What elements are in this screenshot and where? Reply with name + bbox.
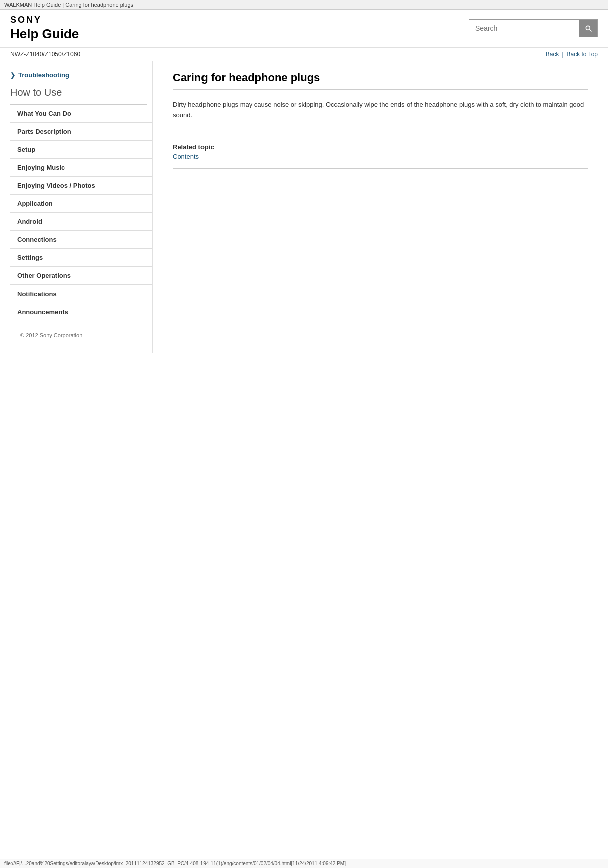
related-topic-link[interactable]: Contents — [173, 153, 199, 160]
sony-logo: SONY — [10, 15, 79, 25]
main-content: ❯ Troubleshooting How to Use What You Ca… — [0, 61, 608, 353]
troubleshooting-section-link[interactable]: ❯ Troubleshooting — [10, 71, 152, 79]
browser-title-text: WALKMAN Help Guide | Caring for headphon… — [4, 2, 133, 8]
browser-title-bar: WALKMAN Help Guide | Caring for headphon… — [0, 0, 608, 10]
copyright: © 2012 Sony Corporation — [20, 332, 82, 338]
search-area — [469, 19, 598, 37]
sidebar-item-settings[interactable]: Settings — [10, 249, 152, 267]
sidebar-item-other-operations[interactable]: Other Operations — [10, 267, 152, 285]
sidebar-item-enjoying-videos-photos[interactable]: Enjoying Videos / Photos — [10, 177, 152, 195]
troubleshooting-label: Troubleshooting — [18, 71, 69, 79]
chevron-right-icon: ❯ — [10, 72, 15, 79]
nav-bar: NWZ-Z1040/Z1050/Z1060 Back | Back to Top — [0, 48, 608, 61]
sidebar-item-announcements[interactable]: Announcements — [10, 303, 152, 321]
search-button[interactable] — [579, 20, 597, 37]
sidebar-item-what-you-can-do[interactable]: What You Can Do — [10, 105, 152, 123]
help-guide-title: Help Guide — [10, 26, 79, 42]
sidebar-item-parts-description[interactable]: Parts Description — [10, 123, 152, 141]
search-icon — [584, 24, 592, 32]
header: SONY Help Guide — [0, 10, 608, 48]
search-input[interactable] — [469, 21, 579, 35]
sidebar-item-notifications[interactable]: Notifications — [10, 285, 152, 303]
content-area: Caring for headphone plugs Dirty headpho… — [153, 61, 608, 353]
related-topic-label: Related topic — [173, 143, 588, 151]
sidebar-item-enjoying-music[interactable]: Enjoying Music — [10, 159, 152, 177]
sidebar-item-connections[interactable]: Connections — [10, 231, 152, 249]
sidebar-item-android[interactable]: Android — [10, 213, 152, 231]
footer: © 2012 Sony Corporation — [10, 321, 152, 343]
sidebar-item-application[interactable]: Application — [10, 195, 152, 213]
sidebar: ❯ Troubleshooting How to Use What You Ca… — [0, 61, 153, 353]
nav-links: Back | Back to Top — [546, 51, 598, 58]
related-topic-section: Related topic Contents — [173, 143, 588, 169]
sidebar-item-setup[interactable]: Setup — [10, 141, 152, 159]
back-to-top-link[interactable]: Back to Top — [567, 51, 598, 58]
back-link[interactable]: Back — [546, 51, 559, 58]
header-left: SONY Help Guide — [10, 15, 79, 42]
article-body: Dirty headphone plugs may cause noise or… — [173, 100, 588, 131]
device-model: NWZ-Z1040/Z1050/Z1060 — [10, 51, 80, 58]
how-to-use-heading: How to Use — [10, 87, 152, 98]
article-title: Caring for headphone plugs — [173, 71, 588, 90]
nav-separator: | — [562, 51, 563, 58]
